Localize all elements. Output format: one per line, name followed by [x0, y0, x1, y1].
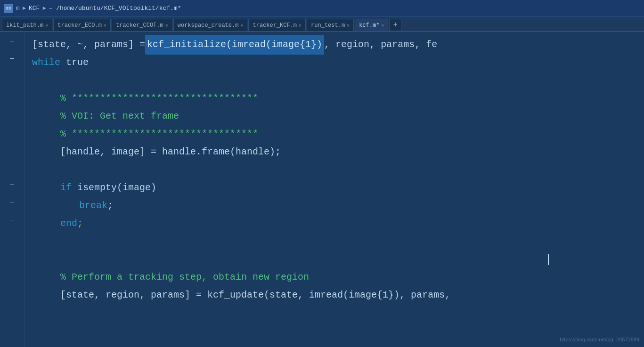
gutter-1: — — [0, 32, 24, 50]
code-line-empty3 — [32, 233, 644, 250]
tab-tracker_CCOT[interactable]: tracker_CCOT.m ✕ — [112, 19, 172, 31]
tab-close-run_test[interactable]: ✕ — [347, 23, 350, 28]
breadcrumb-m: m — [16, 5, 20, 12]
tab-close-tracker_ECO[interactable]: ✕ — [104, 23, 106, 28]
code-line-empty1 — [32, 72, 644, 89]
code-line-comment1: % ********************************* — [32, 89, 644, 107]
tab-close-tracker_KCF[interactable]: ✕ — [299, 23, 302, 28]
text-cursor — [548, 254, 549, 265]
gutter-13 — [0, 247, 24, 265]
code-line-empty2 — [32, 161, 644, 179]
line-gutter: — − — — — — [0, 32, 24, 347]
code-line-if: if isempty(image) — [32, 179, 644, 197]
file-path: – /home/ubuntu/KCF_VOItoolkit/kcf.m* — [49, 5, 181, 12]
app-icon: ≡≡ — [4, 4, 13, 13]
tab-workspace_create[interactable]: workspace_create.m ✕ — [173, 19, 248, 31]
code-line-kcf-update: [state, region, params] = kcf_update(sta… — [32, 286, 644, 304]
code-line-while: while true — [32, 54, 644, 72]
gutter-2[interactable]: − — [0, 50, 24, 68]
watermark: https://blog.csdn.net/qq_26573899 — [560, 337, 639, 342]
tab-run_test[interactable]: run_test.m ✕ — [307, 19, 354, 31]
gutter-8 — [0, 157, 24, 175]
gutter-12 — [0, 229, 24, 247]
gutter-14 — [0, 265, 24, 282]
breadcrumb-arrow2: ► — [42, 5, 46, 12]
code-line-comment3: % ********************************* — [32, 125, 644, 143]
tab-kcf[interactable]: kcf.m* ✕ — [355, 19, 388, 31]
gutter-9: — — [0, 175, 24, 193]
code-line-tracking-comment: % Perform a tracking step, obtain new re… — [32, 268, 644, 286]
tab-lkit_path[interactable]: lkit_path.m ✕ — [2, 19, 52, 31]
breadcrumb-kcf: KCF — [29, 5, 40, 12]
code-line-comment2: % VOI: Get next frame — [32, 107, 644, 125]
editor-container: — − — — — [state, ~, params] = kcf_initi… — [0, 32, 644, 347]
tab-bar: lkit_path.m ✕ tracker_ECO.m ✕ tracker_CC… — [0, 17, 644, 32]
code-line-break: break; — [32, 197, 644, 215]
gutter-11: — — [0, 211, 24, 229]
code-line-1: [state, ~, params] = kcf_initialize(imre… — [32, 36, 644, 54]
tab-tracker_ECO[interactable]: tracker_ECO.m ✕ — [53, 19, 111, 31]
add-tab-button[interactable]: + — [389, 19, 401, 31]
code-line-handle: [handle, image] = handle.frame(handle); — [32, 143, 644, 161]
tab-close-lkit_path[interactable]: ✕ — [45, 23, 48, 28]
gutter-10: — — [0, 193, 24, 211]
code-line-cursor — [32, 250, 644, 268]
breadcrumb-arrow1: ► — [23, 5, 26, 12]
gutter-4 — [0, 86, 24, 104]
code-content[interactable]: [state, ~, params] = kcf_initialize(imre… — [24, 32, 644, 347]
gutter-15 — [0, 282, 24, 300]
tab-tracker_KCF[interactable]: tracker_KCF.m ✕ — [248, 19, 306, 31]
title-bar: ≡≡ m ► KCF ► – /home/ubuntu/KCF_VOItoolk… — [0, 0, 644, 17]
gutter-5 — [0, 104, 24, 121]
gutter-3 — [0, 68, 24, 86]
code-line-end: end; — [32, 215, 644, 233]
gutter-7 — [0, 139, 24, 157]
tab-close-kcf[interactable]: ✕ — [381, 23, 384, 28]
tab-close-workspace_create[interactable]: ✕ — [240, 23, 243, 28]
tab-close-tracker_CCOT[interactable]: ✕ — [165, 23, 168, 28]
gutter-6 — [0, 121, 24, 139]
